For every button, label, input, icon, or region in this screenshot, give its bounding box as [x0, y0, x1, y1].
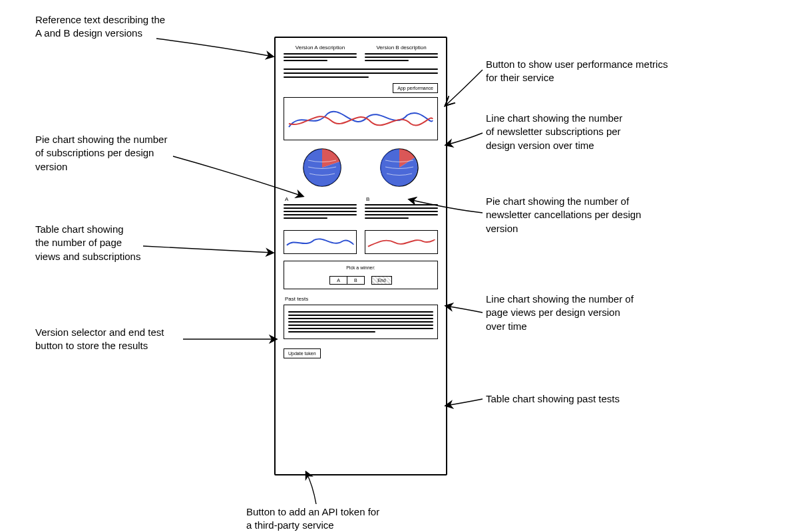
version-b-description: Version B description — [365, 45, 438, 63]
version-segmented-control: A B — [329, 276, 364, 285]
pick-winner-label: Pick a winner: — [288, 265, 433, 270]
table-b-heading: B — [366, 196, 438, 202]
past-tests-heading: Past tests — [285, 296, 438, 302]
select-version-b-button[interactable]: B — [347, 277, 364, 284]
annotation-line-views: Line chart showing the number of page vi… — [486, 293, 634, 333]
metrics-table-b: B — [365, 191, 438, 221]
annotation-pie-subs: Pie chart showing the number of subscrip… — [35, 133, 167, 174]
app-performance-button[interactable]: App performance — [393, 83, 438, 93]
metrics-table-a: A — [284, 191, 357, 221]
version-descriptions: Version A description Version B descript… — [284, 45, 438, 63]
annotation-update-token: Button to add an API token for a third-p… — [246, 505, 379, 532]
table-row — [284, 204, 357, 219]
pageviews-line-chart-a — [284, 230, 357, 254]
update-token-button[interactable]: Update token — [284, 348, 321, 358]
annotation-perf-button: Button to show user performance metrics … — [486, 58, 668, 85]
past-tests-table — [284, 305, 438, 339]
subscriptions-pie-chart — [301, 147, 343, 188]
end-test-button[interactable]: End — [371, 276, 391, 285]
subscriptions-line-chart — [284, 97, 438, 140]
version-a-description: Version A description — [284, 45, 357, 63]
cancellations-pie-chart — [379, 147, 420, 188]
annotation-past-tests: Table chart showing past tests — [486, 392, 620, 406]
table-a-heading: A — [285, 196, 357, 202]
pageviews-line-chart-b — [365, 230, 438, 254]
winner-selector-panel: Pick a winner: A B End — [284, 261, 438, 289]
annotation-table-views: Table chart showing the number of page v… — [35, 223, 140, 263]
table-row — [288, 311, 433, 332]
select-version-a-button[interactable]: A — [330, 277, 347, 284]
wireframe-frame: Version A description Version B descript… — [274, 37, 447, 475]
annotation-selector: Version selector and end test button to … — [35, 326, 164, 353]
table-row — [365, 204, 438, 219]
annotation-reference-text: Reference text describing the A and B de… — [35, 13, 165, 41]
version-a-heading: Version A description — [284, 45, 357, 51]
placeholder-text — [365, 53, 438, 61]
annotation-pie-cancel: Pie chart showing the number of newslett… — [486, 195, 641, 235]
version-b-heading: Version B description — [365, 45, 438, 51]
annotation-line-subs: Line chart showing the number of newslet… — [486, 112, 622, 152]
placeholder-text — [284, 53, 357, 61]
placeholder-paragraph — [284, 68, 438, 78]
